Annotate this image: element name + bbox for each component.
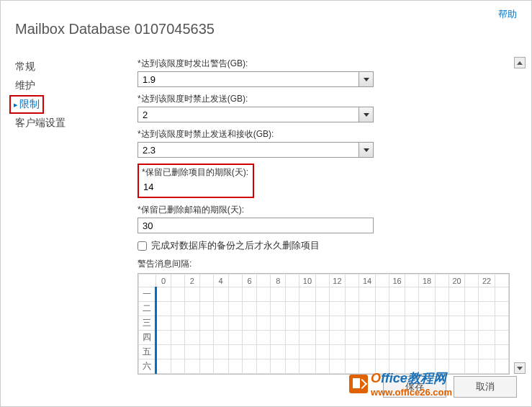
warn-input[interactable] xyxy=(137,71,359,87)
prohibit-sr-input[interactable] xyxy=(137,142,359,158)
watermark-icon xyxy=(349,375,368,393)
main-panel: *达到该限度时发出警告(GB): *达到该限度时禁止发送(GB): *达到该限度… xyxy=(137,58,531,377)
sidebar-item-client-settings[interactable]: 客户端设置 xyxy=(15,114,137,133)
page-title: Mailbox Database 0107045635 xyxy=(1,1,531,37)
keep-deleted-items-label: *保留已删除项目的期限(天): xyxy=(142,166,250,179)
keep-deleted-mailbox-input[interactable] xyxy=(137,218,374,233)
keep-deleted-mailbox-label: *保留已删除邮箱的期限(天): xyxy=(137,204,510,216)
scroll-up-icon[interactable] xyxy=(514,57,526,68)
warn-dropdown-icon[interactable] xyxy=(359,71,374,87)
scrollbar[interactable] xyxy=(514,57,526,374)
sidebar-item-general[interactable]: 常规 xyxy=(15,58,137,76)
warn-label: *达到该限度时发出警告(GB): xyxy=(137,58,510,70)
scroll-down-icon[interactable] xyxy=(514,362,526,374)
sidebar: 常规 维护 限制 客户端设置 xyxy=(1,58,137,377)
prohibit-send-label: *达到该限度时禁止发送(GB): xyxy=(137,93,510,105)
prohibit-sr-dropdown-icon[interactable] xyxy=(359,142,374,158)
cancel-button[interactable]: 取消 xyxy=(454,376,517,398)
schedule-grid[interactable]: 0246810121416182022一二三四五六 xyxy=(137,273,510,375)
prohibit-sr-label: *达到该限度时禁止发送和接收(GB): xyxy=(137,128,510,140)
perm-delete-checkbox[interactable] xyxy=(137,241,147,251)
keep-deleted-items-input[interactable] xyxy=(142,179,250,195)
prohibit-send-input[interactable] xyxy=(137,107,359,122)
highlight-box: *保留已删除项目的期限(天): xyxy=(137,164,254,198)
save-button[interactable]: 保存 xyxy=(383,376,446,398)
sidebar-item-maintenance[interactable]: 维护 xyxy=(15,76,137,95)
sidebar-item-limits[interactable]: 限制 xyxy=(9,95,44,114)
prohibit-send-dropdown-icon[interactable] xyxy=(359,107,374,122)
schedule-label: 警告消息间隔: xyxy=(137,258,510,270)
help-link[interactable]: 帮助 xyxy=(498,8,517,21)
perm-delete-label: 完成对数据库的备份之后才永久删除项目 xyxy=(151,239,320,252)
